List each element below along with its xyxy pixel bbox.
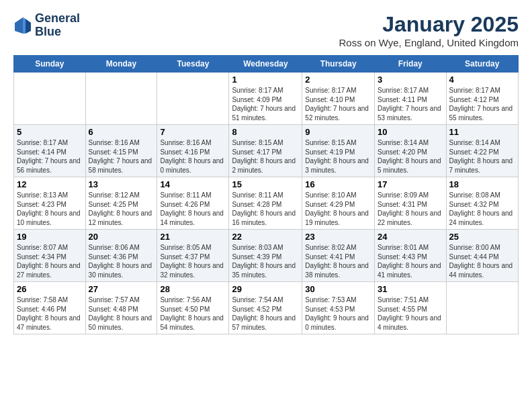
calendar-cell: 4Sunrise: 8:17 AMSunset: 4:12 PMDaylight…	[446, 73, 518, 125]
calendar-cell: 10Sunrise: 8:14 AMSunset: 4:20 PMDayligh…	[375, 125, 447, 177]
calendar-cell: 24Sunrise: 8:01 AMSunset: 4:43 PMDayligh…	[375, 230, 447, 282]
calendar-cell: 13Sunrise: 8:12 AMSunset: 4:25 PMDayligh…	[85, 177, 157, 230]
header: General Blue January 2025 Ross on Wye, E…	[13, 12, 519, 48]
day-number: 10	[378, 127, 443, 137]
cell-info: Sunrise: 8:05 AMSunset: 4:37 PMDaylight:…	[160, 243, 226, 279]
day-number: 3	[378, 75, 443, 85]
cell-info: Sunrise: 8:14 AMSunset: 4:22 PMDaylight:…	[449, 138, 515, 175]
day-number: 21	[160, 232, 226, 242]
day-header-thursday: Thursday	[302, 56, 375, 73]
cell-info: Sunrise: 7:54 AMSunset: 4:52 PMDaylight:…	[232, 295, 299, 332]
calendar-cell: 21Sunrise: 8:05 AMSunset: 4:37 PMDayligh…	[157, 230, 229, 282]
calendar-cell: 27Sunrise: 7:57 AMSunset: 4:48 PMDayligh…	[85, 282, 157, 334]
calendar-cell: 11Sunrise: 8:14 AMSunset: 4:22 PMDayligh…	[446, 125, 518, 177]
day-number: 26	[17, 284, 83, 294]
day-number: 22	[232, 232, 299, 242]
cell-info: Sunrise: 8:07 AMSunset: 4:34 PMDaylight:…	[17, 243, 83, 279]
day-number: 30	[305, 284, 371, 294]
calendar-cell: 1Sunrise: 8:17 AMSunset: 4:09 PMDaylight…	[229, 73, 302, 125]
day-number: 8	[232, 127, 299, 137]
location-subtitle: Ross on Wye, England, United Kingdom	[339, 37, 519, 48]
cell-info: Sunrise: 8:13 AMSunset: 4:23 PMDaylight:…	[17, 191, 83, 227]
cell-info: Sunrise: 8:17 AMSunset: 4:09 PMDaylight:…	[232, 86, 299, 122]
day-number: 25	[449, 232, 515, 242]
day-number: 20	[89, 232, 154, 242]
cell-info: Sunrise: 8:06 AMSunset: 4:36 PMDaylight:…	[89, 243, 154, 279]
day-number: 5	[17, 127, 83, 137]
cell-info: Sunrise: 8:16 AMSunset: 4:15 PMDaylight:…	[89, 138, 154, 175]
day-header-tuesday: Tuesday	[157, 56, 229, 73]
cell-info: Sunrise: 8:17 AMSunset: 4:14 PMDaylight:…	[17, 138, 83, 175]
calendar-cell: 3Sunrise: 8:17 AMSunset: 4:11 PMDaylight…	[375, 73, 447, 125]
cell-info: Sunrise: 7:57 AMSunset: 4:48 PMDaylight:…	[89, 295, 154, 332]
logo: General Blue	[13, 12, 80, 39]
day-header-saturday: Saturday	[446, 56, 518, 73]
day-header-sunday: Sunday	[14, 56, 86, 73]
day-number: 16	[305, 179, 371, 189]
calendar-cell: 6Sunrise: 8:16 AMSunset: 4:15 PMDaylight…	[85, 125, 157, 177]
calendar-cell: 26Sunrise: 7:58 AMSunset: 4:46 PMDayligh…	[14, 282, 86, 334]
day-header-monday: Monday	[85, 56, 157, 73]
calendar-cell: 22Sunrise: 8:03 AMSunset: 4:39 PMDayligh…	[229, 230, 302, 282]
calendar-cell	[157, 73, 229, 125]
calendar-cell: 14Sunrise: 8:11 AMSunset: 4:26 PMDayligh…	[157, 177, 229, 230]
cell-info: Sunrise: 7:51 AMSunset: 4:55 PMDaylight:…	[378, 295, 443, 332]
logo-icon	[13, 16, 32, 35]
day-number: 6	[89, 127, 154, 137]
cell-info: Sunrise: 8:15 AMSunset: 4:17 PMDaylight:…	[232, 138, 299, 175]
calendar-cell: 19Sunrise: 8:07 AMSunset: 4:34 PMDayligh…	[14, 230, 86, 282]
calendar-cell: 5Sunrise: 8:17 AMSunset: 4:14 PMDaylight…	[14, 125, 86, 177]
calendar-cell: 25Sunrise: 8:00 AMSunset: 4:44 PMDayligh…	[446, 230, 518, 282]
cell-info: Sunrise: 8:11 AMSunset: 4:28 PMDaylight:…	[232, 191, 299, 227]
day-number: 28	[160, 284, 226, 294]
day-number: 29	[232, 284, 299, 294]
calendar-cell: 23Sunrise: 8:02 AMSunset: 4:41 PMDayligh…	[302, 230, 375, 282]
calendar-cell: 8Sunrise: 8:15 AMSunset: 4:17 PMDaylight…	[229, 125, 302, 177]
calendar-cell: 28Sunrise: 7:56 AMSunset: 4:50 PMDayligh…	[157, 282, 229, 334]
cell-info: Sunrise: 7:53 AMSunset: 4:53 PMDaylight:…	[305, 295, 371, 332]
logo-text: General Blue	[35, 12, 80, 39]
calendar-cell: 31Sunrise: 7:51 AMSunset: 4:55 PMDayligh…	[375, 282, 447, 334]
calendar-cell: 15Sunrise: 8:11 AMSunset: 4:28 PMDayligh…	[229, 177, 302, 230]
day-number: 11	[449, 127, 515, 137]
calendar-cell: 12Sunrise: 8:13 AMSunset: 4:23 PMDayligh…	[14, 177, 86, 230]
cell-info: Sunrise: 8:14 AMSunset: 4:20 PMDaylight:…	[378, 138, 443, 175]
cell-info: Sunrise: 8:10 AMSunset: 4:29 PMDaylight:…	[305, 191, 371, 227]
cell-info: Sunrise: 8:17 AMSunset: 4:10 PMDaylight:…	[305, 86, 371, 122]
calendar-cell: 20Sunrise: 8:06 AMSunset: 4:36 PMDayligh…	[85, 230, 157, 282]
day-number: 31	[378, 284, 443, 294]
cell-info: Sunrise: 8:03 AMSunset: 4:39 PMDaylight:…	[232, 243, 299, 279]
svg-marker-2	[23, 17, 26, 34]
cell-info: Sunrise: 8:17 AMSunset: 4:12 PMDaylight:…	[449, 86, 515, 122]
cell-info: Sunrise: 8:15 AMSunset: 4:19 PMDaylight:…	[305, 138, 371, 175]
day-header-friday: Friday	[375, 56, 447, 73]
page: General Blue January 2025 Ross on Wye, E…	[0, 0, 532, 344]
calendar-cell: 2Sunrise: 8:17 AMSunset: 4:10 PMDaylight…	[302, 73, 375, 125]
month-title: January 2025	[339, 12, 519, 37]
title-block: January 2025 Ross on Wye, England, Unite…	[339, 12, 519, 48]
calendar-cell	[85, 73, 157, 125]
calendar-cell: 16Sunrise: 8:10 AMSunset: 4:29 PMDayligh…	[302, 177, 375, 230]
day-number: 7	[160, 127, 226, 137]
cell-info: Sunrise: 8:16 AMSunset: 4:16 PMDaylight:…	[160, 138, 226, 175]
day-number: 2	[305, 75, 371, 85]
cell-info: Sunrise: 8:17 AMSunset: 4:11 PMDaylight:…	[378, 86, 443, 122]
cell-info: Sunrise: 8:09 AMSunset: 4:31 PMDaylight:…	[378, 191, 443, 227]
calendar-cell: 17Sunrise: 8:09 AMSunset: 4:31 PMDayligh…	[375, 177, 447, 230]
cell-info: Sunrise: 8:11 AMSunset: 4:26 PMDaylight:…	[160, 191, 226, 227]
day-number: 27	[89, 284, 154, 294]
day-number: 9	[305, 127, 371, 137]
calendar-table: SundayMondayTuesdayWednesdayThursdayFrid…	[13, 55, 519, 334]
day-number: 1	[232, 75, 299, 85]
cell-info: Sunrise: 7:56 AMSunset: 4:50 PMDaylight:…	[160, 295, 226, 332]
cell-info: Sunrise: 8:01 AMSunset: 4:43 PMDaylight:…	[378, 243, 443, 279]
day-number: 18	[449, 179, 515, 189]
day-header-wednesday: Wednesday	[229, 56, 302, 73]
cell-info: Sunrise: 7:58 AMSunset: 4:46 PMDaylight:…	[17, 295, 83, 332]
svg-marker-1	[26, 19, 31, 34]
calendar-cell: 9Sunrise: 8:15 AMSunset: 4:19 PMDaylight…	[302, 125, 375, 177]
calendar-cell	[14, 73, 86, 125]
calendar-cell	[446, 282, 518, 334]
day-number: 15	[232, 179, 299, 189]
day-number: 12	[17, 179, 83, 189]
